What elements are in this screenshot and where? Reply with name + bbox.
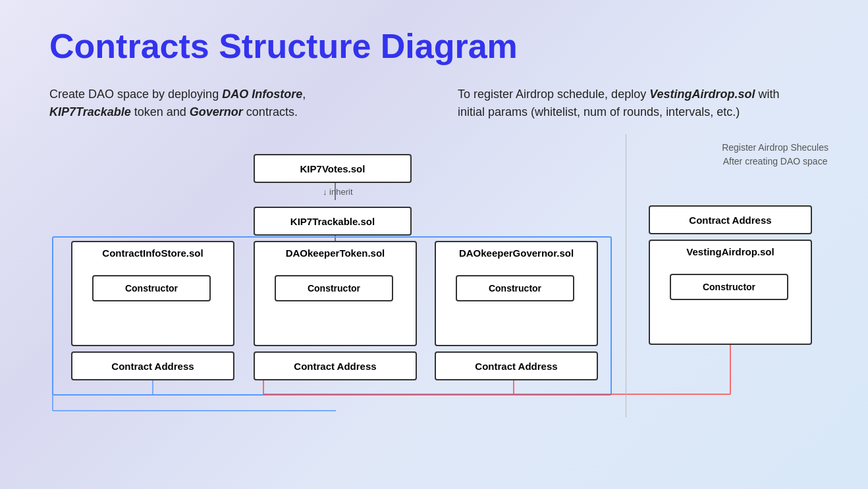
vesting-address: Contract Address [649,205,812,234]
vesting-label: VestingAirdrop.sol [650,246,811,257]
description-right: To register Airdrop schedule, deploy Ves… [458,86,787,121]
contractinfostore-address: Contract Address [71,351,234,380]
kip7votes-box: KIP7Votes.sol [254,154,412,183]
daotoken-label: DAOkeeperToken.sol [255,247,416,259]
description-left: Create DAO space by deploying DAO Infost… [49,86,326,121]
inherit-label-1: ↓ inherit [323,187,353,197]
contractinfostore-container: ContractInfoStore.sol Constructor [71,241,234,346]
vesting-container: VestingAirdrop.sol Constructor [649,240,812,345]
daogovernor-container: DAOkeeperGovernor.sol Constructor [435,241,598,346]
daogovernor-constructor: Constructor [456,275,574,301]
daotoken-constructor: Constructor [275,275,393,301]
section-divider [626,134,626,417]
daogovernor-label: DAOkeeperGovernor.sol [436,247,597,259]
kip7trackable-box: KIP7Trackable.sol [254,207,412,236]
daotoken-container: DAOkeeperToken.sol Constructor [254,241,417,346]
daogovernor-address: Contract Address [435,351,598,380]
contractinfostore-label: ContractInfoStore.sol [72,247,233,259]
vesting-constructor: Constructor [670,274,788,300]
page-title: Contracts Structure Diagram [0,0,868,79]
contractinfostore-constructor: Constructor [92,275,211,301]
register-note: Register Airdrop Shecules After creating… [722,141,828,168]
diagram-area: Register Airdrop Shecules After creating… [0,134,868,417]
daotoken-address: Contract Address [254,351,417,380]
